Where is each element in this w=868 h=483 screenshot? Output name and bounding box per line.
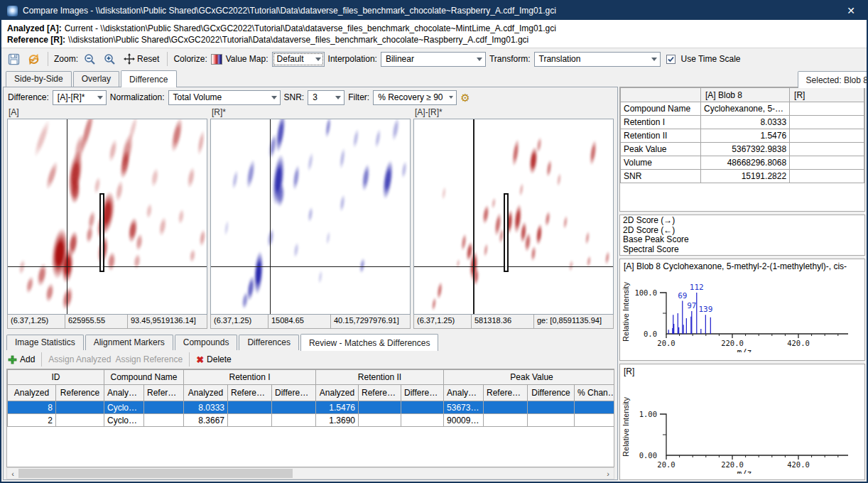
column-header[interactable]: Reference: [359, 385, 401, 401]
assign-reference-button[interactable]: Assign Reference: [115, 354, 183, 364]
difference-select[interactable]: [A]-[R]*: [53, 90, 107, 105]
reset-view-button[interactable]: Reset: [121, 52, 161, 66]
blob: [509, 132, 523, 173]
blob-table-row[interactable]: SNR15191.2822: [621, 170, 864, 183]
tab-difference[interactable]: Difference: [121, 70, 176, 87]
tab-review-matches-differences[interactable]: Review - Matches & Differences: [300, 334, 439, 351]
delete-button[interactable]: ✖Delete: [196, 354, 232, 365]
blob: [166, 119, 189, 161]
tab-overlay[interactable]: Overlay: [73, 71, 119, 87]
column-header[interactable]: Difference: [272, 385, 316, 401]
snr-select[interactable]: 3: [308, 90, 345, 105]
chromatogram-canvas-reference[interactable]: [210, 119, 411, 315]
close-button[interactable]: ✕: [835, 1, 867, 20]
column-group-header[interactable]: Retention I: [184, 370, 316, 385]
filter-select[interactable]: % Recovery ≥ 90: [373, 90, 457, 105]
blob: [229, 165, 241, 194]
mass-spectrum-analyzed[interactable]: 20.0220.0420.0100.00.0m/z6997112139: [631, 271, 861, 352]
colorize-icon[interactable]: [211, 54, 222, 65]
reload-button[interactable]: [26, 52, 42, 67]
column-header[interactable]: Analyzed: [444, 385, 484, 401]
score-item: 2D Score (→): [623, 216, 862, 226]
transform-select[interactable]: Translation: [534, 52, 661, 67]
snr-label: SNR:: [284, 92, 305, 102]
blob: [555, 170, 563, 190]
table-row[interactable]: 8Cyclohex...8.03331.5476536739...: [8, 401, 615, 414]
column-header[interactable]: Analyzed: [184, 385, 228, 401]
cell: [228, 401, 272, 414]
column-group-header[interactable]: Retention II: [316, 370, 444, 385]
zoom-in-button[interactable]: [102, 52, 118, 67]
interpolation-select[interactable]: Bilinear: [381, 52, 486, 67]
scroll-right-arrow-icon[interactable]: ›: [602, 470, 614, 478]
column-header[interactable]: Reference: [484, 385, 528, 401]
value-map-select[interactable]: Default: [272, 52, 325, 67]
blob-table-row[interactable]: Retention II1.5476: [621, 129, 864, 143]
normalization-select[interactable]: Total Volume: [168, 90, 281, 105]
blob-detail-table-container: [A] Blob 8[R]Compound NameCyclohexanone,…: [619, 87, 865, 212]
column-header[interactable]: Difference: [528, 385, 575, 401]
column-header[interactable]: Analyzed: [104, 385, 144, 401]
title-bar: Compare Images - \\diskstation\Public Sh…: [1, 1, 867, 20]
chromatogram-canvas-difference[interactable]: [413, 119, 614, 315]
assign-analyzed-button[interactable]: Assign Analyzed: [48, 354, 111, 364]
tab-selected-blob[interactable]: Selected: Blob 8 –: [798, 71, 868, 88]
column-group-header[interactable]: Compound Name: [104, 370, 184, 385]
blob-table-column-header: [A] Blob 8: [700, 88, 789, 102]
reference-label: Reference [R]:: [7, 35, 65, 45]
blob-selection-rectangle[interactable]: [99, 193, 104, 272]
chromatogram-canvas-analyzed[interactable]: [7, 119, 207, 315]
scrollbar-thumb[interactable]: [18, 469, 293, 478]
status-cell: ge: [0,8591135.94]: [534, 315, 614, 329]
column-header[interactable]: Reference: [56, 385, 104, 401]
horizontal-scrollbar[interactable]: ‹ ›: [6, 467, 614, 479]
blob: [389, 119, 403, 146]
blob: [585, 253, 593, 271]
tab-image-statistics[interactable]: Image Statistics: [6, 335, 84, 350]
save-button[interactable]: [6, 52, 22, 67]
blob-table-row[interactable]: Compound NameCyclohexanone, 5-m...: [621, 102, 864, 116]
blob: [239, 287, 251, 313]
blob-table-row[interactable]: Volume48668296.8068: [621, 156, 864, 170]
app-icon: [7, 6, 18, 16]
blob-selection-rectangle[interactable]: [504, 193, 509, 272]
column-header[interactable]: Analyzed: [316, 385, 359, 401]
column-header[interactable]: Difference: [401, 385, 444, 401]
filter-settings-gear-icon[interactable]: ⚙: [460, 92, 470, 103]
blob-table-row[interactable]: Retention I8.0333: [621, 116, 864, 129]
mass-spectrum-reference[interactable]: 20.0220.0420.01.000.00m/z: [631, 380, 861, 474]
scroll-left-arrow-icon[interactable]: ‹: [7, 470, 18, 478]
colorize-label: Colorize:: [173, 54, 207, 64]
blob-table-row[interactable]: Peak Value5367392.9838: [621, 143, 864, 156]
score-list: 2D Score (→)2D Score (←)Base Peak ScoreS…: [619, 215, 865, 256]
column-group-header[interactable]: Peak Value: [444, 370, 614, 385]
tab-side-by-side[interactable]: Side-by-Side: [6, 71, 72, 87]
tab-compounds[interactable]: Compounds: [175, 335, 238, 350]
blob: [430, 294, 438, 315]
cell: 1.3690: [316, 414, 359, 427]
delete-label: Delete: [207, 354, 232, 364]
add-button[interactable]: Add: [8, 354, 35, 364]
scrollbar-track[interactable]: [18, 468, 602, 479]
tab-alignment-markers[interactable]: Alignment Markers: [85, 335, 173, 350]
use-time-scale-checkbox[interactable]: Use Time Scale: [664, 53, 743, 65]
blob: [542, 207, 552, 230]
cell: [484, 414, 528, 427]
column-header[interactable]: Reference: [228, 385, 272, 401]
zoom-out-icon: [84, 53, 96, 65]
column-header[interactable]: % Change: [575, 385, 614, 401]
status-cell: 625955.55: [65, 315, 128, 329]
cell: 536739...: [444, 401, 484, 414]
column-header[interactable]: Analyzed: [8, 385, 56, 401]
tab-differences[interactable]: Differences: [239, 335, 298, 350]
cell: [144, 401, 184, 414]
zoom-out-button[interactable]: [82, 52, 98, 67]
column-header[interactable]: Reference: [144, 385, 184, 401]
svg-text:100.0: 100.0: [634, 288, 657, 297]
blob: [316, 267, 325, 288]
column-group-header[interactable]: ID: [8, 370, 104, 385]
cell: 1.5476: [316, 401, 359, 414]
table-row[interactable]: 2Cyclohex...8.36671.3690900099...: [8, 414, 615, 427]
status-cell: 40.15,7297976.91]: [331, 315, 411, 329]
chevron-down-icon: [97, 96, 103, 99]
